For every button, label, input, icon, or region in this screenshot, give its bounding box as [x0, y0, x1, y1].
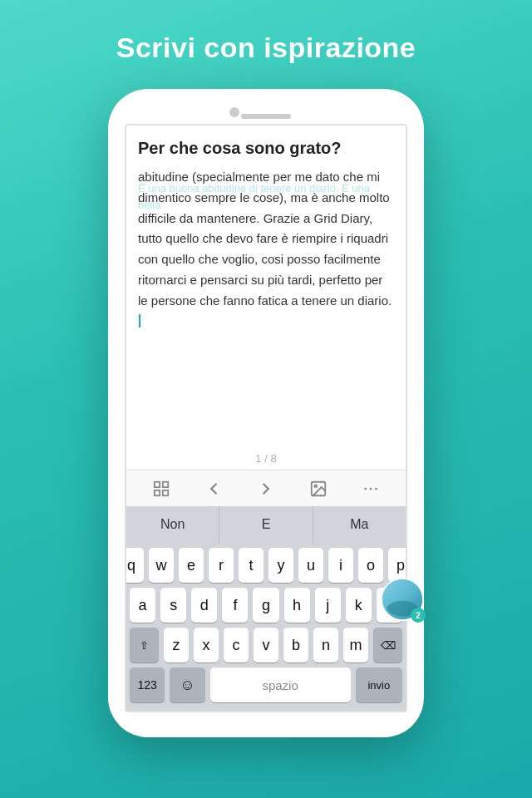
svg-point-11	[375, 487, 377, 490]
key-c[interactable]: c	[224, 628, 249, 663]
toolbar	[126, 470, 406, 506]
svg-rect-3	[154, 481, 159, 486]
key-r[interactable]: r	[209, 548, 234, 583]
svg-rect-4	[162, 481, 167, 486]
entry-content: abitudine (specialmente per me dato che …	[138, 170, 392, 308]
text-cursor	[139, 314, 140, 328]
key-emoji[interactable]: ☺	[170, 667, 204, 702]
key-u[interactable]: u	[298, 548, 323, 583]
svg-point-9	[365, 487, 367, 490]
key-row-2: a s d f g h j k l	[130, 588, 402, 623]
key-h[interactable]: h	[284, 588, 310, 623]
key-o[interactable]: o	[358, 548, 383, 583]
key-delete[interactable]: ⌫	[373, 628, 402, 663]
key-i[interactable]: i	[328, 548, 353, 583]
key-row-3: ⇧ z x c v b n m ⌫	[130, 628, 402, 663]
entry-text[interactable]: abitudine (specialmente per me dato che …	[138, 167, 394, 332]
pagination: 1 / 8	[126, 452, 406, 465]
svg-point-8	[315, 485, 318, 487]
phone-screen: È una buona abitudine di tenere un diari…	[125, 124, 407, 712]
key-numbers[interactable]: 123	[130, 667, 165, 702]
phone-mockup: È una buona abitudine di tenere un diari…	[108, 89, 424, 737]
phone-camera	[229, 107, 239, 117]
key-b[interactable]: b	[283, 628, 308, 663]
key-return[interactable]: invio	[356, 667, 402, 702]
key-w[interactable]: w	[149, 548, 174, 583]
key-q[interactable]: q	[125, 548, 144, 583]
key-n[interactable]: n	[313, 628, 338, 663]
key-z[interactable]: z	[164, 628, 189, 663]
forward-button[interactable]	[249, 474, 283, 504]
svg-rect-6	[162, 490, 167, 495]
prediction-non[interactable]: Non	[126, 506, 219, 543]
screen-content: È una buona abitudine di tenere un diari…	[126, 126, 406, 452]
key-f[interactable]: f	[222, 588, 248, 623]
key-v[interactable]: v	[254, 628, 278, 663]
key-k[interactable]: k	[346, 588, 372, 623]
keyboard-keys: q w e r t y u i o p a s d f g	[126, 543, 406, 711]
back-button[interactable]	[197, 474, 230, 504]
app-title: Scrivi con ispirazione	[116, 32, 416, 64]
key-space[interactable]: spazio	[210, 667, 351, 702]
image-button[interactable]	[302, 474, 335, 504]
prediction-ma[interactable]: Ma	[313, 506, 406, 543]
key-x[interactable]: x	[194, 628, 219, 663]
key-j[interactable]: j	[315, 588, 341, 623]
key-g[interactable]: g	[253, 588, 278, 623]
key-d[interactable]: d	[191, 588, 217, 623]
prediction-bar: Non E Ma	[126, 506, 406, 543]
key-shift[interactable]: ⇧	[130, 628, 159, 663]
key-row-1: q w e r t y u i o p	[130, 548, 402, 583]
phone-speaker	[241, 114, 291, 119]
key-a[interactable]: a	[130, 588, 155, 623]
prompt-title: Per che cosa sono grato?	[138, 137, 394, 159]
key-t[interactable]: t	[239, 548, 264, 583]
key-y[interactable]: y	[268, 548, 293, 583]
key-row-4: 123 ☺ spazio invio	[130, 667, 402, 702]
svg-rect-5	[154, 490, 159, 495]
key-m[interactable]: m	[343, 628, 368, 663]
avatar-image	[382, 579, 407, 619]
prediction-e[interactable]: E	[219, 506, 313, 543]
key-s[interactable]: s	[160, 588, 186, 623]
more-button[interactable]	[354, 474, 387, 504]
grid-icon[interactable]	[145, 474, 178, 504]
svg-point-10	[370, 487, 372, 490]
keyboard-area: Non E Ma q w e r t y u i o p	[126, 506, 406, 711]
key-e[interactable]: e	[179, 548, 204, 583]
